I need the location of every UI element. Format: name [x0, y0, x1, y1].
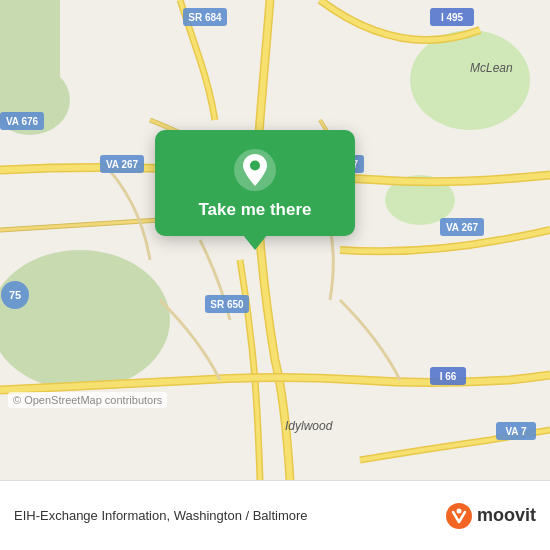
svg-point-1 [410, 30, 530, 130]
svg-text:VA 676: VA 676 [6, 116, 39, 127]
moovit-logo: moovit [445, 502, 536, 530]
location-pin-icon [233, 148, 277, 192]
map-container: SR 684 I 495 VA 676 VA 267 VA 267 VA 267… [0, 0, 550, 480]
bottom-bar: EIH-Exchange Information, Washington / B… [0, 480, 550, 550]
svg-text:Idylwood: Idylwood [285, 419, 333, 433]
svg-text:VA 267: VA 267 [446, 222, 479, 233]
svg-point-0 [0, 250, 170, 390]
svg-text:SR 684: SR 684 [188, 12, 222, 23]
svg-text:McLean: McLean [470, 61, 513, 75]
svg-point-30 [250, 161, 260, 171]
svg-text:VA 7: VA 7 [505, 426, 527, 437]
map-roads: SR 684 I 495 VA 676 VA 267 VA 267 VA 267… [0, 0, 550, 480]
copyright-text: © OpenStreetMap contributors [8, 392, 167, 408]
svg-point-32 [456, 508, 461, 513]
svg-text:SR 650: SR 650 [210, 299, 244, 310]
svg-text:I 495: I 495 [441, 12, 464, 23]
location-label: EIH-Exchange Information, Washington / B… [14, 508, 433, 523]
svg-text:75: 75 [9, 289, 21, 301]
svg-point-31 [446, 503, 472, 529]
svg-text:I 66: I 66 [440, 371, 457, 382]
moovit-icon [445, 502, 473, 530]
svg-text:VA 267: VA 267 [106, 159, 139, 170]
moovit-text: moovit [477, 505, 536, 526]
popup-label: Take me there [198, 200, 311, 220]
take-me-there-popup[interactable]: Take me there [155, 130, 355, 236]
